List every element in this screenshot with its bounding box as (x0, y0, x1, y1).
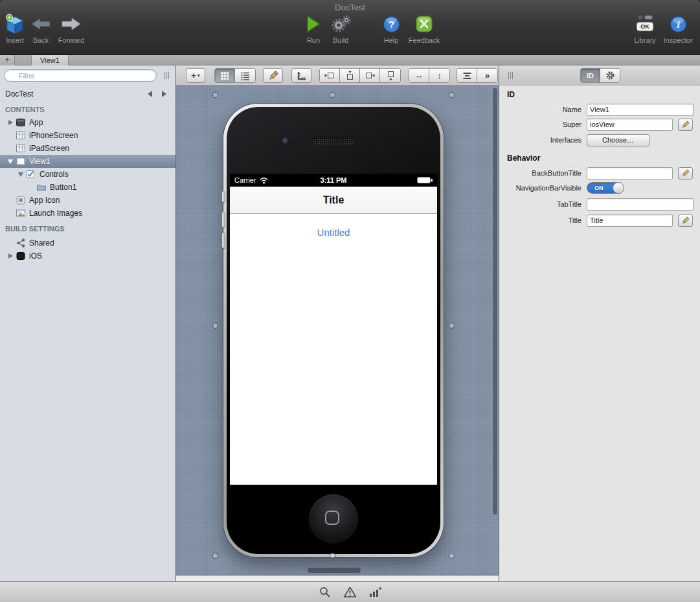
selection-handle-mid-left[interactable] (212, 323, 218, 329)
sidebar-item-launch-images[interactable]: Launch Images (0, 207, 175, 220)
align-segment: » (457, 68, 498, 83)
window-title: DocTest (0, 3, 700, 12)
name-field[interactable] (587, 104, 694, 116)
back-label: Back (33, 36, 49, 44)
disclosure-down-icon[interactable] (5, 159, 16, 164)
app-icon-icon (16, 195, 27, 205)
build-gears-icon (330, 12, 351, 36)
disclosure-right-icon[interactable] (5, 253, 16, 259)
library-button[interactable]: OK Library (627, 12, 663, 44)
feedback-button[interactable]: Feedback (406, 12, 442, 44)
layout-list-button[interactable] (235, 69, 255, 82)
canvas-panel: +▾ (176, 65, 499, 581)
super-field[interactable] (587, 119, 673, 131)
sidebar-item-view1[interactable]: View1 (0, 155, 175, 168)
inspector-button[interactable]: i Inspector (660, 12, 696, 44)
pencil-icon (268, 71, 278, 81)
project-back-icon[interactable] (148, 91, 152, 97)
design-canvas[interactable]: Carrier 3:11 PM Title Untitled (176, 86, 499, 575)
contents-header: CONTENTS (5, 106, 45, 113)
navigationbarvisible-toggle[interactable]: ON (587, 182, 624, 194)
photo-icon (16, 208, 27, 218)
filter-input[interactable] (4, 69, 157, 82)
title-field[interactable] (587, 214, 673, 227)
sidebar-resize-handle[interactable] (164, 72, 169, 79)
pencil-icon (681, 169, 690, 178)
home-button (309, 494, 358, 544)
super-edit-button[interactable] (678, 119, 693, 131)
selection-handle-bottom-left[interactable] (212, 553, 218, 559)
resize-horizontal-button[interactable]: ↔ (409, 69, 429, 82)
sidebar-item-shared[interactable]: Shared (0, 237, 175, 249)
main-toolbar: DocTest + Insert Back Forward (0, 0, 700, 55)
selection-handle-mid-right[interactable] (449, 323, 455, 329)
app-window-icon (16, 117, 27, 128)
pin-right-button[interactable] (360, 69, 380, 82)
tab-id-button[interactable]: ID (581, 69, 600, 82)
title-edit-button[interactable] (678, 214, 693, 227)
add-tab-button[interactable]: + (0, 55, 15, 65)
ruler-button[interactable] (291, 68, 311, 83)
navigationbarvisible-row: NavigationBarVisible ON (499, 181, 700, 194)
inspector-resize-handle[interactable] (508, 72, 513, 79)
edit-pencil-button[interactable] (263, 68, 283, 83)
align-lines-button[interactable] (457, 69, 477, 82)
layout-grid-button[interactable] (215, 69, 235, 82)
horizontal-scrollbar[interactable] (308, 568, 361, 573)
pencil-icon (681, 216, 690, 225)
volume-up-button (222, 212, 225, 227)
inspector-panel: ID ID Name Super Interfaces Choose… Beha… (499, 65, 700, 581)
screen-grid-icon (16, 130, 27, 141)
mute-switch (222, 191, 225, 202)
selection-handle-bottom-right[interactable] (449, 553, 455, 559)
pin-bottom-button[interactable] (380, 69, 400, 82)
sidebar-item-ios[interactable]: iOS (0, 249, 175, 262)
add-object-button[interactable]: +▾ (186, 68, 205, 83)
tabtitle-field[interactable] (587, 198, 694, 211)
home-square-icon (325, 511, 339, 525)
navigation-bar[interactable]: Title (230, 187, 437, 214)
sidebar-item-app-icon[interactable]: App Icon (0, 194, 175, 207)
more-tools-button[interactable]: » (477, 69, 497, 82)
tab-settings-button[interactable] (600, 69, 620, 82)
console-events-icon[interactable] (368, 586, 383, 599)
build-button[interactable]: Build (322, 12, 359, 44)
help-button[interactable]: ? Help (373, 12, 409, 44)
tab-bar: + View1 (0, 55, 700, 65)
resize-vertical-button[interactable]: ↕ (429, 69, 449, 82)
phone-screen[interactable]: Carrier 3:11 PM Title Untitled (230, 174, 437, 485)
forward-button[interactable]: Forward (53, 12, 89, 44)
tabtitle-row: TabTitle (499, 198, 700, 211)
iphone-mockup: Carrier 3:11 PM Title Untitled (223, 104, 444, 557)
disclosure-down-icon[interactable] (16, 172, 26, 177)
vertical-scrollbar[interactable] (493, 88, 497, 515)
pin-top-button[interactable] (340, 69, 360, 82)
untitled-button[interactable]: Untitled (230, 227, 437, 238)
disclosure-right-icon[interactable] (5, 120, 16, 125)
sidebar-item-button1[interactable]: Button1 (0, 181, 175, 194)
interfaces-choose-button[interactable]: Choose… (587, 134, 649, 146)
selection-handle-top-left[interactable] (212, 92, 218, 98)
pencil-icon (681, 121, 690, 129)
pin-left-button[interactable] (320, 69, 340, 82)
super-row: Super (499, 118, 700, 131)
name-label: Name (499, 106, 587, 113)
project-forward-icon[interactable] (162, 91, 166, 97)
selection-handle-top-right[interactable] (449, 92, 455, 98)
selection-handle-top-center[interactable] (330, 92, 335, 98)
backbuttontitle-field[interactable] (587, 167, 673, 179)
sidebar-item-ipadscreen[interactable]: iPadScreen (0, 142, 175, 155)
canvas-toolbar: +▾ (176, 65, 499, 86)
backbuttontitle-edit-button[interactable] (678, 167, 693, 179)
sidebar-item-controls[interactable]: Controls (0, 168, 175, 181)
sidebar-item-iphonescreen[interactable]: iPhoneScreen (0, 129, 175, 142)
search-icon[interactable] (318, 586, 332, 599)
selection-handle-bottom-center[interactable] (330, 553, 335, 559)
sidebar-item-app[interactable]: App (0, 116, 175, 129)
tabtitle-label: TabTitle (499, 200, 587, 208)
status-bar: Carrier 3:11 PM (230, 174, 437, 187)
tab-view1[interactable]: View1 (31, 55, 69, 65)
warning-icon[interactable] (343, 586, 357, 599)
phone-face: Carrier 3:11 PM Title Untitled (227, 107, 440, 554)
build-label: Build (333, 36, 348, 44)
